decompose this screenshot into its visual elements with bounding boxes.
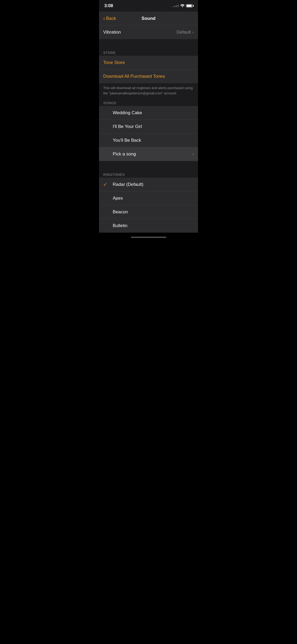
home-indicator (99, 233, 198, 242)
content: Vibration Default › STORE Tone Store Dow… (99, 25, 198, 233)
download-tones-item[interactable]: Download All Purchased Tones (99, 70, 198, 83)
back-label: Back (106, 16, 116, 21)
tone-store-item[interactable]: Tone Store (99, 56, 198, 70)
vibration-chevron-icon: › (192, 30, 194, 35)
ringtone-4-label: Bulletin (113, 223, 128, 228)
list-item[interactable]: Beacon (99, 205, 198, 219)
store-section-label: STORE (99, 49, 198, 56)
wifi-icon (180, 4, 185, 7)
ringtone-1-label: Radar (Default) (113, 182, 143, 187)
back-chevron-icon: ‹ (103, 16, 105, 21)
pick-song-item[interactable]: Pick a song › (99, 147, 198, 161)
download-description: This will download all ringtones and ale… (99, 83, 198, 99)
ringtones-section: ✓ Radar (Default) Apex Beacon Bulletin (99, 178, 198, 233)
status-bar: 3:08 (99, 0, 198, 12)
vibration-value: Default (177, 30, 191, 35)
nav-bar: ‹ Back Sound (99, 12, 198, 25)
download-tones-label: Download All Purchased Tones (103, 74, 194, 79)
pick-song-label: Pick a song (113, 151, 192, 157)
list-item[interactable]: ✓ Radar (Default) (99, 178, 198, 191)
checkmark-icon: ✓ (103, 182, 113, 187)
list-item[interactable]: I'll Be Your Girl (99, 120, 198, 134)
list-item[interactable]: Wedding Cake (99, 106, 198, 120)
list-item[interactable]: Bulletin (99, 219, 198, 233)
vibration-label: Vibration (103, 30, 177, 35)
pick-song-chevron-icon: › (192, 152, 194, 157)
song-3-label: You'll Be Back (113, 138, 194, 143)
song-1-label: Wedding Cake (113, 110, 194, 116)
songs-section: Wedding Cake I'll Be Your Girl You'll Be… (99, 106, 198, 161)
songs-section-label: SONGS (99, 99, 198, 106)
ringtone-2-label: Apex (113, 196, 123, 201)
signal-icon (173, 4, 179, 7)
store-section: Tone Store Download All Purchased Tones (99, 56, 198, 83)
gap-2 (99, 161, 198, 171)
list-item[interactable]: You'll Be Back (99, 134, 198, 147)
vibration-item[interactable]: Vibration Default › (99, 25, 198, 39)
home-bar (131, 237, 166, 238)
vibration-section: Vibration Default › (99, 25, 198, 39)
list-item[interactable]: Apex (99, 191, 198, 205)
battery-icon (186, 4, 193, 7)
song-2-label: I'll Be Your Girl (113, 124, 194, 129)
status-icons (173, 4, 193, 7)
status-time: 3:08 (104, 3, 113, 8)
gap-1 (99, 39, 198, 49)
ringtone-3-label: Beacon (113, 209, 128, 215)
ringtones-section-label: RINGTONES (99, 171, 198, 178)
page-title: Sound (142, 16, 155, 21)
tone-store-label: Tone Store (103, 60, 194, 65)
